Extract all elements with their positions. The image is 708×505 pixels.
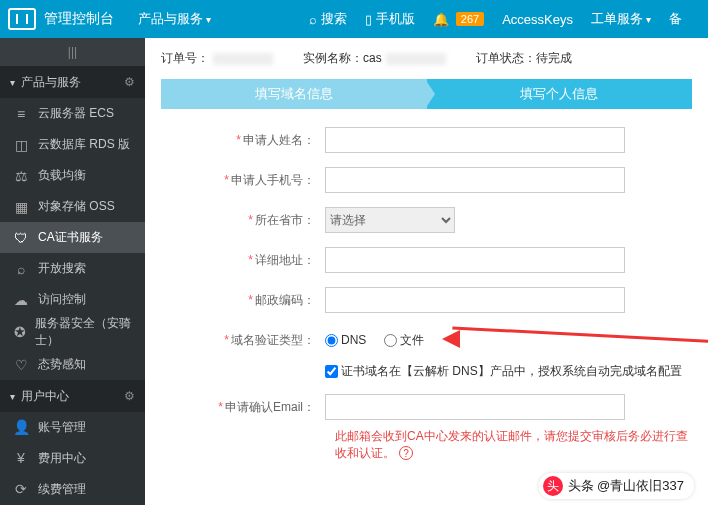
logo-icon (8, 8, 36, 30)
province-select[interactable]: 请选择 (325, 207, 455, 233)
sidebar-item-account[interactable]: 👤账号管理 (0, 412, 145, 443)
accesskeys-link[interactable]: AccessKeys (502, 12, 573, 27)
sidebar-item-renew[interactable]: ⟳续费管理 (0, 474, 145, 505)
ticket-menu[interactable]: 工单服务 ▾ (591, 10, 651, 28)
chevron-down-icon: ▾ (206, 14, 211, 25)
sidebar-item-oss[interactable]: ▦对象存储 OSS (0, 191, 145, 222)
shield-icon: 🛡 (12, 230, 30, 246)
main-content: 订单号： 实例名称：cas 订单状态：待完成 填写域名信息 填写个人信息 *申请… (145, 38, 708, 505)
search-icon: ⌕ (309, 12, 317, 27)
sidebar-collapse[interactable]: ||| (0, 38, 145, 66)
sidebar-item-access[interactable]: ☁访问控制 (0, 284, 145, 315)
products-label: 产品与服务 (138, 10, 203, 28)
products-menu[interactable]: 产品与服务 ▾ (138, 10, 211, 28)
radio-file[interactable]: 文件 (384, 333, 424, 347)
console-title: 管理控制台 (44, 10, 114, 28)
sidebar-item-security[interactable]: ✪服务器安全（安骑士） (0, 315, 145, 349)
storage-icon: ▦ (12, 199, 30, 215)
step-indicator: 填写域名信息 填写个人信息 (161, 79, 692, 109)
chevron-down-icon: ▾ (646, 14, 651, 25)
sidebar-item-situation[interactable]: ♡态势感知 (0, 349, 145, 380)
money-icon: ¥ (12, 450, 30, 466)
address-input[interactable] (325, 247, 625, 273)
mobile-icon: ▯ (365, 12, 372, 27)
sidebar: ||| ▾ 产品与服务 ⚙ ≡云服务器 ECS ◫云数据库 RDS 版 ⚖负载均… (0, 38, 145, 505)
bell-icon: 🔔 (433, 12, 449, 27)
knight-icon: ✪ (12, 324, 27, 340)
instance-name: 实例名称：cas (303, 50, 446, 67)
order-status: 订单状态：待完成 (476, 50, 572, 67)
toutiao-icon: 头 (543, 476, 563, 496)
province-label: *所在省市： (165, 212, 325, 229)
postal-label: *邮政编码： (165, 292, 325, 309)
step-domain: 填写域名信息 (161, 79, 427, 109)
loadbalance-icon: ⚖ (12, 168, 30, 184)
gear-icon: ⚙ (124, 389, 135, 403)
renew-icon: ⟳ (12, 481, 30, 497)
phone-label: *申请人手机号： (165, 172, 325, 189)
order-number: 订单号： (161, 50, 273, 67)
sidebar-item-slb[interactable]: ⚖负载均衡 (0, 160, 145, 191)
help-icon[interactable]: ? (399, 446, 413, 460)
watermark: 头 头条 @青山依旧337 (539, 473, 695, 499)
step-personal: 填写个人信息 (427, 79, 693, 109)
gear-icon: ⚙ (124, 75, 135, 89)
sidebar-item-ca[interactable]: 🛡CA证书服务 (0, 222, 145, 253)
verify-type-label: *域名验证类型： (165, 332, 325, 349)
sidebar-section-products[interactable]: ▾ 产品与服务 ⚙ (0, 66, 145, 98)
caret-down-icon: ▾ (10, 391, 15, 402)
caret-down-icon: ▾ (10, 77, 15, 88)
server-icon: ≡ (12, 106, 30, 122)
notifications-button[interactable]: 🔔 267 (433, 12, 484, 27)
phone-input[interactable] (325, 167, 625, 193)
sidebar-item-ecs[interactable]: ≡云服务器 ECS (0, 98, 145, 129)
backup-menu[interactable]: 备 (669, 10, 682, 28)
search-icon: ⌕ (12, 261, 30, 277)
user-icon: 👤 (12, 419, 30, 435)
radio-dns[interactable]: DNS (325, 333, 366, 347)
sidebar-item-search[interactable]: ⌕开放搜索 (0, 253, 145, 284)
database-icon: ◫ (12, 137, 30, 153)
auto-dns-checkbox[interactable]: 证书域名在【云解析 DNS】产品中，授权系统自动完成域名配置 (325, 364, 682, 378)
email-input[interactable] (325, 394, 625, 420)
cloud-icon: ☁ (12, 292, 30, 308)
email-label: *申请确认Email： (165, 399, 325, 416)
mobile-button[interactable]: ▯ 手机版 (365, 10, 415, 28)
sidebar-item-rds[interactable]: ◫云数据库 RDS 版 (0, 129, 145, 160)
notif-badge: 267 (456, 12, 484, 26)
sidebar-item-billing[interactable]: ¥费用中心 (0, 443, 145, 474)
address-label: *详细地址： (165, 252, 325, 269)
postal-input[interactable] (325, 287, 625, 313)
email-warning: 此邮箱会收到CA中心发来的认证邮件，请您提交审核后务必进行查收和认证。? (335, 428, 688, 462)
sidebar-section-user[interactable]: ▾ 用户中心 ⚙ (0, 380, 145, 412)
name-input[interactable] (325, 127, 625, 153)
awareness-icon: ♡ (12, 357, 30, 373)
search-button[interactable]: ⌕ 搜索 (309, 10, 347, 28)
name-label: *申请人姓名： (165, 132, 325, 149)
